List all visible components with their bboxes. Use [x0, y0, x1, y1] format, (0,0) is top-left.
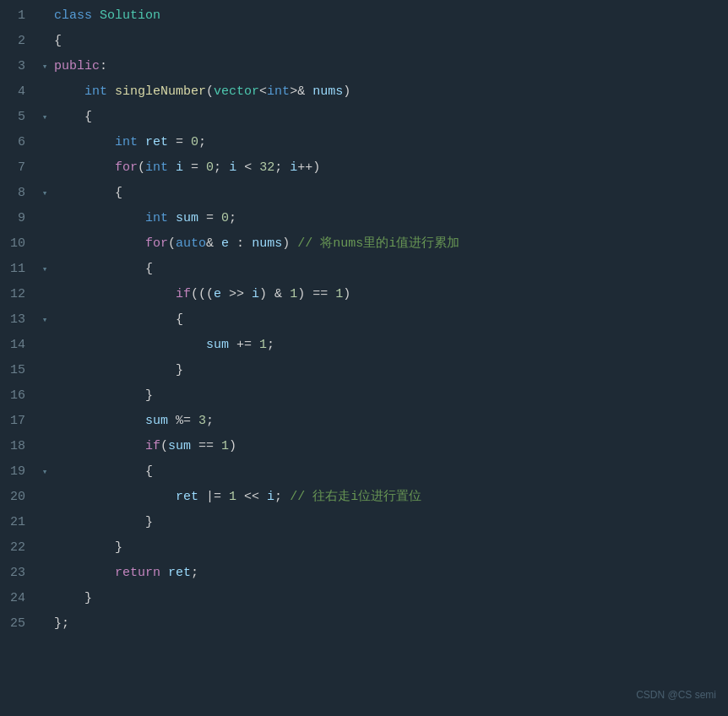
fold-arrow-icon[interactable]: ▾ [35, 459, 54, 485]
syntax-token: int [145, 160, 176, 175]
syntax-token: auto [176, 236, 206, 251]
syntax-token: } [145, 388, 153, 403]
table-row: int singleNumber(vector<int>& nums) [35, 79, 711, 105]
line-numbers: 1234567891011121314151617181920212223242… [0, 3, 35, 713]
indent-space [54, 515, 145, 529]
syntax-token: ; [214, 160, 229, 175]
syntax-token: { [54, 34, 62, 48]
fold-arrow-icon[interactable]: ▾ [35, 257, 54, 282]
code-line-content: return ret; [54, 561, 711, 586]
code-line-content: { [54, 105, 711, 130]
code-line-content: for(int i = 0; i < 32; i++) [54, 155, 711, 181]
table-row: int ret = 0; [35, 130, 711, 155]
fold-arrow-icon [35, 561, 54, 586]
syntax-token: ) & [259, 287, 290, 301]
indent-space [54, 591, 84, 605]
syntax-token: { [145, 262, 153, 276]
fold-arrow-icon[interactable]: ▾ [35, 54, 54, 79]
syntax-token: int [115, 135, 145, 149]
table-row: } [35, 383, 711, 409]
fold-arrow-icon [35, 409, 54, 434]
syntax-token: for [115, 160, 138, 175]
table-row: return ret; [35, 561, 711, 586]
syntax-token: // 往右走i位进行置位 [290, 490, 421, 504]
code-line-content: class Solution [54, 3, 711, 29]
table-row: } [35, 535, 711, 561]
fold-arrow-icon [35, 358, 54, 383]
line-number: 21 [7, 510, 25, 535]
code-line-content: }; [54, 611, 711, 637]
indent-space [54, 84, 84, 99]
table-row: ▾ { [35, 181, 711, 206]
syntax-token: if [145, 439, 160, 453]
line-number: 3 [7, 54, 25, 79]
table-row: sum += 1; [35, 333, 711, 358]
syntax-token: } [115, 540, 122, 555]
table-row: } [35, 358, 711, 383]
indent-space [54, 338, 206, 352]
indent-space [54, 540, 115, 555]
fold-arrow-icon [35, 79, 54, 105]
syntax-token: ; [274, 160, 290, 175]
syntax-token: i [229, 160, 236, 175]
line-number: 25 [7, 611, 25, 637]
fold-arrow-icon [35, 485, 54, 510]
fold-arrow-icon[interactable]: ▾ [35, 105, 54, 130]
syntax-token: int [267, 84, 290, 99]
table-row: { [35, 29, 711, 54]
syntax-token: nums [305, 84, 343, 99]
syntax-token: = [183, 160, 206, 175]
table-row: ▾public: [35, 54, 711, 79]
table-row: for(auto& e : nums) // 将nums里的i值进行累加 [35, 231, 711, 257]
syntax-token: == [191, 439, 221, 453]
syntax-token: if [176, 287, 191, 301]
syntax-token: %= [168, 414, 198, 428]
line-number: 1 [7, 3, 25, 29]
syntax-token: 0 [206, 160, 214, 175]
line-number: 18 [7, 434, 25, 459]
table-row: ▾ { [35, 459, 711, 485]
line-number: 14 [7, 333, 25, 358]
fold-arrow-icon[interactable]: ▾ [35, 307, 54, 333]
code-line-content: } [54, 510, 711, 535]
syntax-token: ret [145, 135, 168, 149]
line-number: 19 [7, 459, 25, 485]
syntax-token: } [176, 363, 183, 377]
syntax-token: ( [160, 439, 168, 453]
fold-arrow-icon [35, 434, 54, 459]
syntax-token: 1 [335, 287, 343, 301]
syntax-token: { [145, 464, 153, 479]
code-line-content: } [54, 358, 711, 383]
syntax-token: 1 [259, 338, 267, 352]
fold-arrow-icon [35, 29, 54, 54]
code-line-content: int sum = 0; [54, 206, 711, 231]
syntax-token: << [236, 490, 267, 504]
indent-space [54, 464, 145, 479]
syntax-token: |= [198, 490, 229, 504]
syntax-token: = [168, 135, 191, 149]
syntax-token: & [206, 236, 221, 251]
fold-arrow-icon [35, 611, 54, 637]
syntax-token: ; [274, 490, 290, 504]
fold-arrow-icon [35, 383, 54, 409]
line-number: 11 [7, 257, 25, 282]
syntax-token: < [259, 84, 267, 99]
line-number: 4 [7, 79, 25, 105]
table-row: } [35, 510, 711, 535]
table-row: for(int i = 0; i < 32; i++) [35, 155, 711, 181]
code-line-content: if(sum == 1) [54, 434, 711, 459]
fold-arrow-icon[interactable]: ▾ [35, 181, 54, 206]
fold-arrow-icon [35, 231, 54, 257]
table-row: } [35, 586, 711, 611]
line-number: 5 [7, 105, 25, 130]
syntax-token: singleNumber [115, 84, 206, 99]
syntax-token: ) [343, 287, 350, 301]
code-line-content: { [54, 181, 711, 206]
code-line-content: ret |= 1 << i; // 往右走i位进行置位 [54, 485, 711, 510]
syntax-token: } [84, 591, 92, 605]
line-number: 22 [7, 535, 25, 561]
syntax-token: ( [138, 160, 145, 175]
syntax-token: int [84, 84, 115, 99]
syntax-token: >& [290, 84, 305, 99]
line-number: 7 [7, 155, 25, 181]
